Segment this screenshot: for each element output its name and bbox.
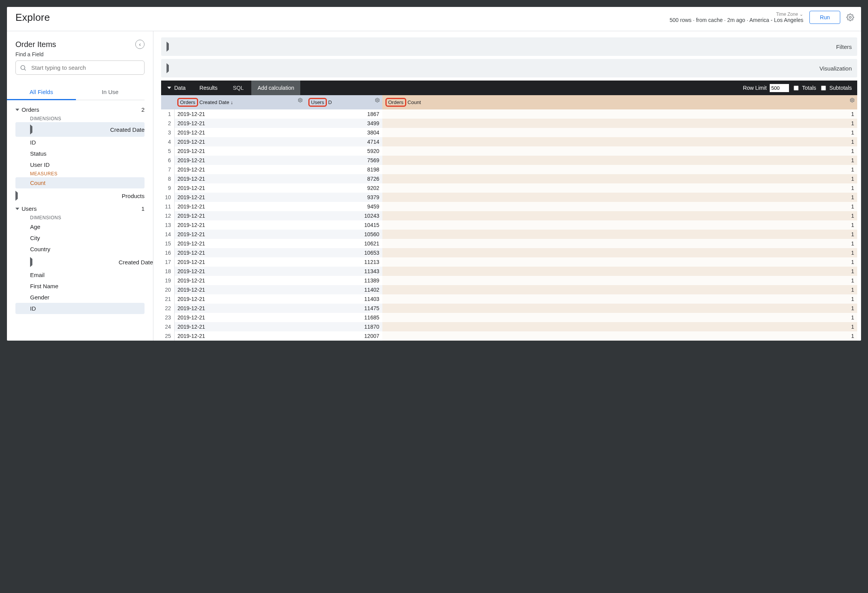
tab-results[interactable]: Results: [192, 81, 225, 95]
cell-count[interactable]: 1: [382, 119, 857, 128]
field-users-gender[interactable]: Gender: [7, 292, 153, 303]
cell-users-id[interactable]: 11685: [305, 313, 382, 322]
table-row[interactable]: 22019-12-2134991: [161, 119, 857, 128]
cell-created-date[interactable]: 2019-12-21: [174, 202, 305, 211]
cell-users-id[interactable]: 10415: [305, 220, 382, 230]
view-orders[interactable]: Orders 2: [7, 104, 153, 115]
cell-created-date[interactable]: 2019-12-21: [174, 322, 305, 331]
run-button[interactable]: Run: [809, 11, 840, 24]
cell-users-id[interactable]: 12007: [305, 331, 382, 341]
table-row[interactable]: 122019-12-21102431: [161, 211, 857, 220]
field-orders-user-id[interactable]: User ID: [7, 159, 153, 170]
col-header-orders-count[interactable]: Orders Count: [382, 95, 857, 109]
totals-checkbox[interactable]: Totals: [792, 84, 816, 92]
cell-created-date[interactable]: 2019-12-21: [174, 174, 305, 183]
cell-count[interactable]: 1: [382, 156, 857, 165]
cell-created-date[interactable]: 2019-12-21: [174, 230, 305, 239]
cell-users-id[interactable]: 10653: [305, 248, 382, 257]
field-orders-count[interactable]: Count: [15, 177, 145, 188]
cell-users-id[interactable]: 5920: [305, 146, 382, 156]
column-gear-icon[interactable]: [849, 97, 855, 103]
cell-users-id[interactable]: 8726: [305, 174, 382, 183]
cell-count[interactable]: 1: [382, 276, 857, 285]
cell-count[interactable]: 1: [382, 294, 857, 304]
search-box[interactable]: [15, 60, 145, 75]
field-users-email[interactable]: Email: [7, 269, 153, 281]
cell-created-date[interactable]: 2019-12-21: [174, 119, 305, 128]
field-users-first-name[interactable]: First Name: [7, 281, 153, 292]
cell-created-date[interactable]: 2019-12-21: [174, 146, 305, 156]
cell-count[interactable]: 1: [382, 322, 857, 331]
tab-in-use[interactable]: In Use: [76, 85, 145, 100]
cell-users-id[interactable]: 11389: [305, 276, 382, 285]
timezone-dropdown[interactable]: Time Zone ⌄: [776, 12, 803, 17]
table-row[interactable]: 172019-12-21112131: [161, 257, 857, 267]
field-users-age[interactable]: Age: [7, 221, 153, 232]
col-header-orders-created-date[interactable]: Orders Created Date ↓: [174, 95, 305, 109]
cell-users-id[interactable]: 4714: [305, 137, 382, 146]
cell-created-date[interactable]: 2019-12-21: [174, 304, 305, 313]
field-users-id[interactable]: ID: [15, 303, 145, 314]
table-row[interactable]: 112019-12-2194591: [161, 202, 857, 211]
table-row[interactable]: 12019-12-2118671: [161, 109, 857, 119]
cell-count[interactable]: 1: [382, 257, 857, 267]
field-users-country[interactable]: Country: [7, 244, 153, 255]
table-row[interactable]: 182019-12-21113431: [161, 267, 857, 276]
cell-users-id[interactable]: 11402: [305, 285, 382, 294]
table-row[interactable]: 202019-12-21114021: [161, 285, 857, 294]
collapse-sidebar-button[interactable]: ‹: [135, 40, 145, 49]
cell-created-date[interactable]: 2019-12-21: [174, 313, 305, 322]
table-row[interactable]: 222019-12-21114751: [161, 304, 857, 313]
field-users-city[interactable]: City: [7, 232, 153, 244]
table-row[interactable]: 142019-12-21105601: [161, 230, 857, 239]
table-row[interactable]: 252019-12-21120071: [161, 331, 857, 341]
table-row[interactable]: 232019-12-21116851: [161, 313, 857, 322]
cell-count[interactable]: 1: [382, 220, 857, 230]
cell-count[interactable]: 1: [382, 183, 857, 193]
cell-count[interactable]: 1: [382, 331, 857, 341]
filters-panel[interactable]: Filters: [161, 37, 857, 56]
row-limit-input[interactable]: [770, 84, 789, 92]
cell-created-date[interactable]: 2019-12-21: [174, 267, 305, 276]
cell-count[interactable]: 1: [382, 202, 857, 211]
tab-all-fields[interactable]: All Fields: [7, 85, 76, 100]
column-gear-icon[interactable]: [375, 97, 380, 103]
cell-created-date[interactable]: 2019-12-21: [174, 128, 305, 137]
cell-users-id[interactable]: 11403: [305, 294, 382, 304]
cell-count[interactable]: 1: [382, 109, 857, 119]
table-row[interactable]: 92019-12-2192021: [161, 183, 857, 193]
results-table-wrap[interactable]: Orders Created Date ↓ Users D: [161, 95, 857, 341]
cell-users-id[interactable]: 10560: [305, 230, 382, 239]
cell-created-date[interactable]: 2019-12-21: [174, 137, 305, 146]
table-row[interactable]: 162019-12-21106531: [161, 248, 857, 257]
cell-count[interactable]: 1: [382, 285, 857, 294]
cell-created-date[interactable]: 2019-12-21: [174, 294, 305, 304]
cell-users-id[interactable]: 10243: [305, 211, 382, 220]
view-users[interactable]: Users 1: [7, 203, 153, 214]
cell-users-id[interactable]: 9459: [305, 202, 382, 211]
cell-count[interactable]: 1: [382, 146, 857, 156]
cell-users-id[interactable]: 11870: [305, 322, 382, 331]
col-header-users-id[interactable]: Users D: [305, 95, 382, 109]
cell-count[interactable]: 1: [382, 239, 857, 248]
field-users-created-date[interactable]: Created Date: [7, 255, 153, 269]
table-row[interactable]: 152019-12-21106211: [161, 239, 857, 248]
table-row[interactable]: 132019-12-21104151: [161, 220, 857, 230]
cell-users-id[interactable]: 11213: [305, 257, 382, 267]
table-row[interactable]: 62019-12-2175691: [161, 156, 857, 165]
cell-created-date[interactable]: 2019-12-21: [174, 331, 305, 341]
cell-count[interactable]: 1: [382, 137, 857, 146]
view-products[interactable]: Products: [7, 188, 153, 203]
field-orders-created-date[interactable]: Created Date: [15, 122, 145, 137]
cell-created-date[interactable]: 2019-12-21: [174, 109, 305, 119]
cell-users-id[interactable]: 8198: [305, 165, 382, 174]
cell-users-id[interactable]: 1867: [305, 109, 382, 119]
subtotals-checkbox[interactable]: Subtotals: [819, 84, 852, 92]
table-row[interactable]: 102019-12-2193791: [161, 193, 857, 202]
cell-users-id[interactable]: 11343: [305, 267, 382, 276]
table-row[interactable]: 72019-12-2181981: [161, 165, 857, 174]
cell-users-id[interactable]: 3499: [305, 119, 382, 128]
cell-count[interactable]: 1: [382, 248, 857, 257]
cell-created-date[interactable]: 2019-12-21: [174, 156, 305, 165]
table-row[interactable]: 82019-12-2187261: [161, 174, 857, 183]
